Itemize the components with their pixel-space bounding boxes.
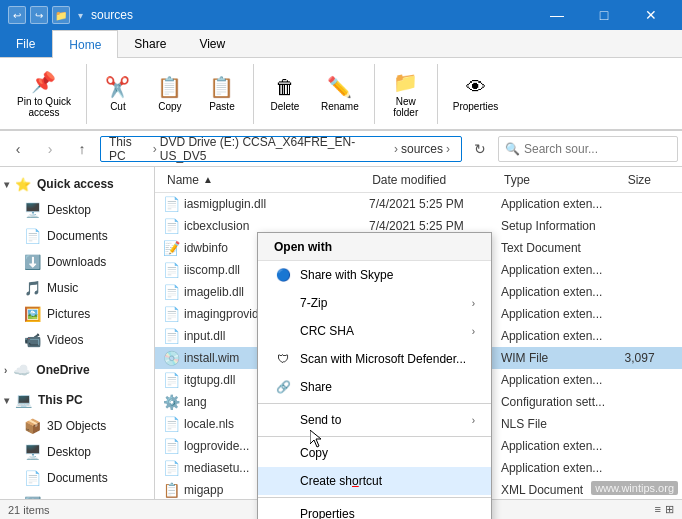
search-input[interactable]: [524, 142, 674, 156]
sendto-label: Send to: [300, 413, 464, 427]
downloads-label: Downloads: [47, 255, 106, 269]
detail-view-icon[interactable]: ⊞: [665, 503, 674, 516]
ribbon-btn-cut[interactable]: ✂️ Cut: [93, 70, 143, 117]
sidebar-item-desktop[interactable]: 🖥️ Desktop: [16, 197, 154, 223]
sidebar-header-onedrive[interactable]: › ☁️ OneDrive: [0, 357, 154, 383]
file-icon: 💿: [163, 350, 180, 366]
cut-label: Cut: [110, 101, 126, 112]
7zip-arrow-icon: ›: [472, 298, 475, 309]
ctx-item-share[interactable]: 🔗 Share: [258, 373, 491, 401]
pin-icon: 📌: [31, 70, 56, 94]
sidebar-header-quickaccess[interactable]: ▾ ⭐ Quick access: [0, 171, 154, 197]
title-bar: ↩ ↪ 📁 ▾ sources — □ ✕: [0, 0, 682, 30]
ribbon-btn-pin[interactable]: 📌 Pin to Quickaccess: [8, 65, 80, 123]
sidebar-item-pictures[interactable]: 🖼️ Pictures: [16, 301, 154, 327]
3dobjects-label: 3D Objects: [47, 419, 106, 433]
file-row[interactable]: 📄iasmigplugin.dll7/4/2021 5:25 PMApplica…: [155, 193, 682, 215]
crcsha-label: CRC SHA: [300, 324, 464, 338]
properties-ctx-label: Properties: [300, 507, 475, 519]
col-header-size[interactable]: Size: [624, 173, 674, 187]
col-header-type[interactable]: Type: [500, 173, 624, 187]
file-icon: 📄: [163, 196, 180, 212]
address-path[interactable]: This PC › DVD Drive (E:) CCSA_X64FRE_EN-…: [100, 136, 462, 162]
col-header-name[interactable]: Name ▲: [163, 173, 368, 187]
maximize-button[interactable]: □: [581, 0, 627, 30]
back-button[interactable]: ‹: [4, 135, 32, 163]
col-header-date[interactable]: Date modified: [368, 173, 500, 187]
downloads-icon: ⬇️: [24, 254, 41, 270]
search-box[interactable]: 🔍: [498, 136, 678, 162]
ribbon-btn-delete[interactable]: 🗑 Delete: [260, 71, 310, 117]
path-sep-2: ›: [394, 142, 398, 156]
chevron-thispc-icon: ▾: [4, 395, 9, 406]
ctx-item-crcsha[interactable]: CRC SHA ›: [258, 317, 491, 345]
ctx-item-skype[interactable]: 🔵 Share with Skype: [258, 261, 491, 289]
ctx-item-createshortcut[interactable]: Create shortcut: [258, 467, 491, 495]
path-segment-sources: sources: [401, 142, 443, 156]
sort-arrow: ▲: [203, 174, 213, 185]
ctx-item-scan[interactable]: 🛡 Scan with Microsoft Defender...: [258, 345, 491, 373]
list-view-icon[interactable]: ≡: [655, 503, 661, 516]
quick-access-toolbar-folder[interactable]: 📁: [52, 6, 70, 24]
skype-icon: 🔵: [274, 268, 292, 282]
file-icon: 📄: [163, 262, 180, 278]
ribbon-btn-copy[interactable]: 📋 Copy: [145, 70, 195, 117]
context-menu: Open with 🔵 Share with Skype 7-Zip › CRC…: [257, 232, 492, 519]
sidebar-item-downloads[interactable]: ⬇️ Downloads: [16, 249, 154, 275]
cut-icon: ✂️: [105, 75, 130, 99]
close-button[interactable]: ✕: [628, 0, 674, 30]
createshortcut-label: Create shortcut: [300, 474, 475, 488]
sidebar-section-quickaccess: ▾ ⭐ Quick access 🖥️ Desktop 📄 Documents …: [0, 171, 154, 353]
up-button[interactable]: ↑: [68, 135, 96, 163]
sidebar-item-documents[interactable]: 📄 Documents: [16, 223, 154, 249]
newfolder-label: Newfolder: [393, 96, 418, 118]
tab-file[interactable]: File: [0, 30, 52, 57]
file-icon: 📄: [163, 372, 180, 388]
ribbon-tabs: File Home Share View: [0, 30, 682, 58]
ribbon-btn-newfolder[interactable]: 📁 Newfolder: [381, 65, 431, 123]
minimize-button[interactable]: —: [534, 0, 580, 30]
file-icon: 📄: [163, 218, 180, 234]
delete-icon: 🗑: [275, 76, 295, 99]
sidebar-item-videos[interactable]: 📹 Videos: [16, 327, 154, 353]
sidebar-item-3dobjects[interactable]: 📦 3D Objects: [16, 413, 154, 439]
paste-label: Paste: [209, 101, 235, 112]
ctx-item-properties[interactable]: Properties: [258, 500, 491, 519]
music-icon: 🎵: [24, 280, 41, 296]
skype-label: Share with Skype: [300, 268, 475, 282]
ctx-item-7zip[interactable]: 7-Zip ›: [258, 289, 491, 317]
forward-button[interactable]: ›: [36, 135, 64, 163]
address-bar: ‹ › ↑ This PC › DVD Drive (E:) CCSA_X64F…: [0, 131, 682, 167]
tab-view[interactable]: View: [183, 30, 242, 57]
properties-icon: 👁: [466, 76, 486, 99]
sidebar-section-onedrive: › ☁️ OneDrive: [0, 357, 154, 383]
ribbon-sep-2: [253, 64, 254, 124]
ribbon-sep-3: [374, 64, 375, 124]
ribbon-btn-rename[interactable]: ✏️ Rename: [312, 70, 368, 117]
file-list-header: Name ▲ Date modified Type Size: [155, 167, 682, 193]
share-icon: 🔗: [274, 380, 292, 394]
refresh-button[interactable]: ↻: [466, 135, 494, 163]
pictures-icon: 🖼️: [24, 306, 41, 322]
ctx-item-sendto[interactable]: Send to ›: [258, 406, 491, 434]
watermark: www.wintips.org: [591, 481, 678, 495]
quick-access-toolbar-undo[interactable]: ↩: [8, 6, 26, 24]
path-sep-3: ›: [446, 142, 450, 156]
documents-pc-label: Documents: [47, 471, 108, 485]
sidebar-item-music[interactable]: 🎵 Music: [16, 275, 154, 301]
tab-home[interactable]: Home: [52, 30, 118, 58]
path-segment-thispc: This PC: [109, 135, 150, 163]
newfolder-icon: 📁: [393, 70, 418, 94]
sidebar: ▾ ⭐ Quick access 🖥️ Desktop 📄 Documents …: [0, 167, 155, 500]
videos-icon: 📹: [24, 332, 41, 348]
view-controls: ≡ ⊞: [655, 503, 674, 516]
sidebar-item-desktop-pc[interactable]: 🖥️ Desktop: [16, 439, 154, 465]
ribbon-btn-paste[interactable]: 📋 Paste: [197, 70, 247, 117]
sidebar-item-documents-pc[interactable]: 📄 Documents: [16, 465, 154, 491]
file-icon: 📄: [163, 416, 180, 432]
tab-share[interactable]: Share: [118, 30, 183, 57]
ctx-item-copy[interactable]: Copy: [258, 439, 491, 467]
ribbon-btn-properties[interactable]: 👁 Properties: [444, 71, 508, 117]
quick-access-toolbar-redo[interactable]: ↪: [30, 6, 48, 24]
sidebar-header-thispc[interactable]: ▾ 💻 This PC: [0, 387, 154, 413]
